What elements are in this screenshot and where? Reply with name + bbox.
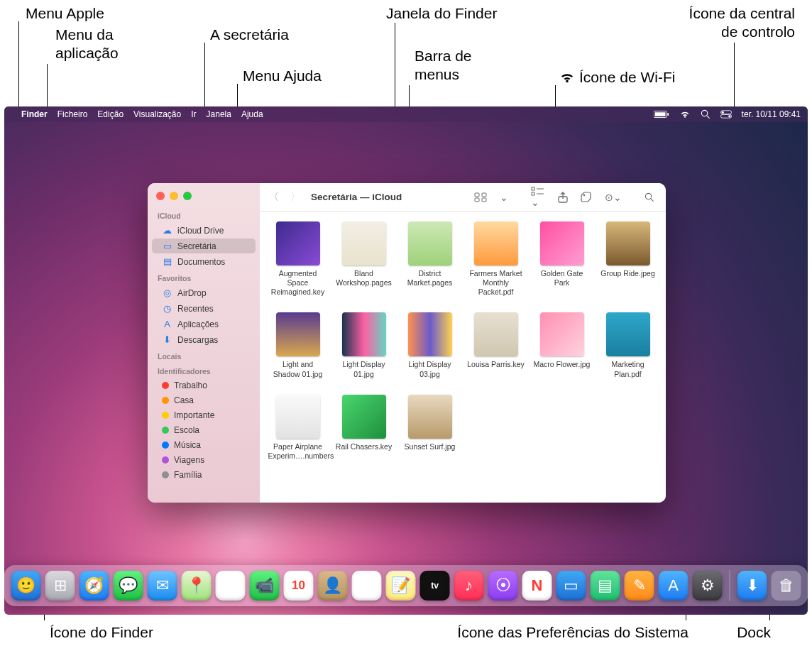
file-item[interactable]: Light Display 01.jpg: [333, 312, 395, 378]
more-button[interactable]: ⊙⌄: [602, 190, 625, 204]
sidebar-item-viagens[interactable]: Viagens: [152, 453, 256, 467]
tags-button[interactable]: [578, 190, 595, 204]
file-thumbnail: [408, 312, 452, 356]
dock-maps-icon[interactable]: 📍: [182, 571, 212, 601]
sidebar-item-aplicações[interactable]: AAplicações: [152, 317, 256, 332]
sidebar-item-música[interactable]: Música: [152, 438, 256, 452]
dock-numbers-icon[interactable]: ▤: [591, 571, 620, 601]
dock-photos-icon[interactable]: ✿: [216, 571, 246, 601]
dock-trash-icon[interactable]: 🗑: [772, 571, 801, 601]
svg-rect-1: [654, 112, 665, 116]
file-name: Macro Flower.jpg: [534, 360, 591, 369]
battery-icon[interactable]: [654, 110, 669, 119]
file-name: Louisa Parris.key: [467, 360, 525, 369]
file-item[interactable]: Golden Gate Park: [531, 221, 593, 297]
file-item[interactable]: Marketing Plan.pdf: [597, 312, 659, 378]
dock-mail-icon[interactable]: ✉: [148, 571, 177, 601]
dock-downloads-icon[interactable]: ⬇: [737, 571, 767, 601]
file-thumbnail: [276, 312, 320, 356]
sidebar-item-família[interactable]: Família: [152, 468, 256, 482]
menu-ficheiro[interactable]: Ficheiro: [57, 109, 88, 119]
sidebar-item-importante[interactable]: Importante: [152, 408, 256, 422]
menu-edicao[interactable]: Edição: [97, 109, 124, 119]
file-name: District Market.pages: [400, 269, 460, 287]
wifi-status-icon[interactable]: [679, 110, 691, 119]
dock-notes-icon[interactable]: 📝: [386, 571, 416, 601]
sidebar-item-label: Música: [174, 440, 201, 450]
dock-news-icon[interactable]: N: [522, 571, 552, 601]
down-icon: ⬇: [162, 334, 172, 345]
wifi-icon: [559, 71, 575, 84]
file-item[interactable]: Louisa Parris.key: [465, 312, 527, 378]
dock-pages-icon[interactable]: ✎: [625, 571, 654, 601]
sidebar-item-label: Recentes: [177, 304, 214, 314]
file-item[interactable]: Light Display 03.jpg: [399, 312, 461, 378]
search-button[interactable]: [642, 191, 657, 204]
sidebar-item-descargas[interactable]: ⬇Descargas: [152, 332, 256, 347]
menu-visualizacao[interactable]: Visualização: [133, 109, 181, 119]
sidebar-item-secretária[interactable]: ▭Secretária: [152, 239, 256, 253]
dock-tv-icon[interactable]: tv: [420, 571, 450, 601]
sidebar-item-airdrop[interactable]: ◎AirDrop: [152, 285, 256, 300]
dock-system-preferences-icon[interactable]: ⚙: [693, 571, 723, 601]
dock-podcasts-icon[interactable]: ⦿: [488, 571, 518, 601]
airdrop-icon: ◎: [162, 287, 172, 298]
share-button[interactable]: [555, 190, 571, 204]
menu-ir[interactable]: Ir: [191, 109, 196, 119]
sidebar-item-label: Viagens: [174, 455, 204, 465]
close-button[interactable]: [156, 192, 165, 200]
file-item[interactable]: Rail Chasers.key: [333, 395, 395, 461]
menu-janela[interactable]: Janela: [207, 109, 231, 119]
file-item[interactable]: Augmented Space Reimagined.key: [267, 221, 329, 297]
dock-finder-icon[interactable]: 🙂: [11, 571, 41, 601]
file-item[interactable]: Paper Airplane Experim….numbers: [267, 395, 329, 461]
menu-clock[interactable]: ter. 10/11 09:41: [742, 109, 801, 119]
sidebar-item-documentos[interactable]: ▤Documentos: [152, 254, 256, 269]
dock-appstore-icon[interactable]: A: [659, 571, 688, 601]
sidebar-item-recentes[interactable]: ◷Recentes: [152, 301, 256, 316]
dock-safari-icon[interactable]: 🧭: [79, 571, 109, 601]
menu-ajuda[interactable]: Ajuda: [241, 109, 263, 119]
callout-finder-icon: Ícone do Finder: [50, 623, 153, 642]
dock-calendar-icon[interactable]: 10: [284, 571, 314, 601]
svg-rect-2: [667, 113, 669, 116]
file-item[interactable]: Bland Workshop.pages: [333, 221, 395, 297]
tag-dot-icon: [162, 471, 169, 478]
dock-music-icon[interactable]: ♪: [454, 571, 484, 601]
sidebar-item-label: Casa: [174, 395, 194, 405]
dock-reminders-icon[interactable]: ☰: [352, 571, 382, 601]
file-item[interactable]: Group Ride.jpeg: [597, 221, 659, 297]
tag-dot-icon: [162, 397, 169, 404]
app-menu[interactable]: Finder: [21, 109, 48, 119]
view-switcher-button[interactable]: ⌄: [497, 190, 511, 204]
sidebar-item-label: Escola: [174, 425, 199, 435]
file-item[interactable]: Sunset Surf.jpg: [399, 395, 461, 461]
file-item[interactable]: Farmers Market Monthly Packet.pdf: [465, 221, 527, 297]
file-item[interactable]: Light and Shadow 01.jpg: [267, 312, 329, 378]
group-button[interactable]: ⌄: [528, 185, 548, 209]
control-center-icon[interactable]: [720, 110, 732, 119]
sidebar-heading: iCloud: [148, 207, 260, 222]
view-icons-button[interactable]: [471, 191, 490, 204]
file-item[interactable]: District Market.pages: [399, 221, 461, 297]
dock-launchpad-icon[interactable]: ⊞: [45, 571, 75, 601]
dock-facetime-icon[interactable]: 📹: [250, 571, 280, 601]
back-button[interactable]: 〈: [268, 190, 279, 204]
zoom-button[interactable]: [183, 192, 192, 200]
file-item[interactable]: Macro Flower.jpg: [531, 312, 593, 378]
dock-messages-icon[interactable]: 💬: [114, 571, 143, 601]
dock-contacts-icon[interactable]: 👤: [318, 571, 348, 601]
minimize-button[interactable]: [170, 192, 178, 200]
sidebar-item-label: iCloud Drive: [177, 226, 224, 236]
dock-keynote-icon[interactable]: ▭: [556, 571, 586, 601]
file-thumbnail: [606, 312, 650, 356]
sidebar-item-icloud-drive[interactable]: ☁iCloud Drive: [152, 223, 256, 238]
lead: [18, 21, 19, 111]
forward-button[interactable]: 〉: [290, 190, 301, 204]
svg-rect-12: [482, 198, 486, 202]
sidebar-item-trabalho[interactable]: Trabalho: [152, 378, 256, 393]
sidebar-item-casa[interactable]: Casa: [152, 393, 256, 407]
sidebar-item-escola[interactable]: Escola: [152, 423, 256, 437]
spotlight-icon[interactable]: [701, 109, 710, 119]
file-thumbnail: [540, 312, 584, 356]
